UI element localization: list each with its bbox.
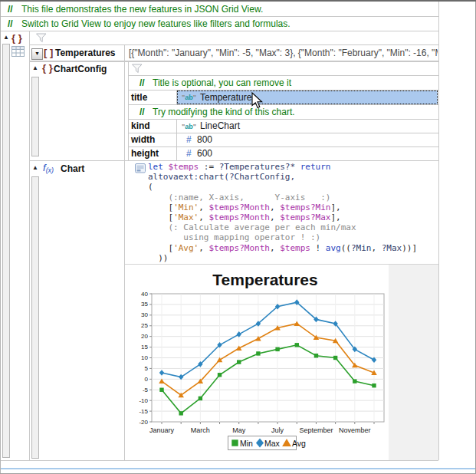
table-view-icon[interactable] xyxy=(11,46,25,58)
comment-marker: // xyxy=(140,107,145,117)
chartconfig-filter-row[interactable] xyxy=(128,62,438,76)
width-row[interactable]: width # 800 xyxy=(128,133,438,147)
bottom-accent-line xyxy=(1,468,475,469)
column-divider xyxy=(29,31,30,460)
chartconfig-collapse-icon[interactable]: ▲ xyxy=(32,65,38,71)
title-value[interactable]: Temperatures xyxy=(200,92,256,103)
svg-text:-20: -20 xyxy=(139,419,148,426)
svg-text:5: 5 xyxy=(145,365,149,372)
document-comment-row-1[interactable]: // This file demonstrates the new featur… xyxy=(1,2,438,17)
window-left-border xyxy=(0,2,1,474)
kind-key[interactable]: kind xyxy=(131,120,150,131)
title-row[interactable]: title ab Temperatures xyxy=(128,91,438,105)
title-key[interactable]: title xyxy=(131,92,147,103)
svg-text:30: 30 xyxy=(141,311,148,318)
chart-collapse-icon[interactable]: ▲ xyxy=(32,165,38,171)
width-value[interactable]: 800 xyxy=(197,134,212,145)
grid-right-border xyxy=(438,2,439,460)
svg-text:July: July xyxy=(271,426,284,434)
temperatures-value-preview[interactable]: [{"Month": "January", "Min": -5, "Max": … xyxy=(129,48,438,58)
svg-text:35: 35 xyxy=(141,301,148,308)
comment-marker: // xyxy=(140,77,145,88)
root-filter-row[interactable] xyxy=(30,31,438,45)
comment-text: Try modifying the kind of this chart. xyxy=(153,107,295,117)
svg-text:Temperatures: Temperatures xyxy=(212,271,317,288)
temperatures-key[interactable]: Temperatures xyxy=(55,48,115,58)
title-comment-row[interactable]: // Title is optional, you can remove it xyxy=(128,76,438,91)
formula-editor-icon[interactable] xyxy=(135,163,146,173)
comment-marker: // xyxy=(8,18,13,29)
kind-row[interactable]: kind ab LineChart xyxy=(128,120,438,133)
height-row[interactable]: height # 600 xyxy=(128,147,438,160)
comment-marker: // xyxy=(8,4,13,15)
kind-value[interactable]: LineChart xyxy=(200,120,240,131)
filter-icon[interactable] xyxy=(36,33,47,43)
svg-text:0: 0 xyxy=(145,376,149,383)
cell-divider xyxy=(176,133,177,146)
grid-bottom-border xyxy=(1,460,438,461)
svg-text:10: 10 xyxy=(141,354,148,361)
chart-image: -20-15-10-50510152025303540JanuaryMarchM… xyxy=(125,265,389,460)
cell-divider xyxy=(176,147,177,160)
root-collapse-icon[interactable]: ▲ xyxy=(3,35,9,41)
height-value[interactable]: 600 xyxy=(197,148,212,159)
svg-text:40: 40 xyxy=(141,291,148,298)
svg-text:September: September xyxy=(299,426,333,434)
kind-comment-row[interactable]: // Try modifying the kind of this chart. xyxy=(128,105,438,120)
mouse-cursor xyxy=(251,92,264,110)
width-key[interactable]: width xyxy=(131,134,155,145)
svg-text:15: 15 xyxy=(141,344,148,351)
svg-text:Max: Max xyxy=(264,439,281,448)
chart-key[interactable]: Chart xyxy=(61,163,84,174)
chart-cell-filler xyxy=(389,265,438,460)
svg-text:March: March xyxy=(191,426,210,434)
temperatures-row[interactable]: ▼ [ ] Temperatures [{"Month": "January",… xyxy=(30,45,438,61)
comment-text: This file demonstrates the new features … xyxy=(21,4,263,15)
formula-fx-icon: f(x) xyxy=(43,162,54,174)
svg-text:-10: -10 xyxy=(139,397,148,404)
filter-icon[interactable] xyxy=(132,64,143,74)
document-comment-row-2[interactable]: // Switch to Grid View to enjoy new feat… xyxy=(1,17,438,31)
comment-text: Title is optional, you can remove it xyxy=(153,77,291,88)
object-type-label: { } xyxy=(42,62,53,74)
chart-span-bar[interactable] xyxy=(31,176,39,459)
svg-text:November: November xyxy=(339,426,371,434)
temperatures-dropdown-button[interactable]: ▼ xyxy=(31,48,43,60)
svg-text:Avg: Avg xyxy=(292,439,306,448)
string-type-icon: ab xyxy=(182,123,196,130)
number-type-icon: # xyxy=(186,134,192,145)
array-type-label: [ ] xyxy=(44,47,53,58)
json-grid-view-window: // This file demonstrates the new featur… xyxy=(0,0,476,474)
row-divider xyxy=(30,160,438,161)
svg-text:January: January xyxy=(149,426,175,434)
comment-text: Switch to Grid View to enjoy new feature… xyxy=(21,18,291,29)
root-object-label[interactable]: { } xyxy=(11,32,22,44)
cell-divider xyxy=(176,120,177,133)
svg-text:20: 20 xyxy=(141,333,148,340)
number-type-icon: # xyxy=(186,148,192,159)
formula-cell[interactable]: let $temps := ?Temperatures?* returnalto… xyxy=(148,162,438,263)
svg-text:May: May xyxy=(232,426,246,434)
string-type-icon: ab xyxy=(182,94,196,101)
chartconfig-key[interactable]: ChartConfig xyxy=(54,64,107,74)
svg-text:25: 25 xyxy=(141,322,148,329)
svg-text:-15: -15 xyxy=(139,408,148,415)
svg-text:-5: -5 xyxy=(143,387,149,393)
title-value-cell-selected[interactable]: ab Temperatures xyxy=(177,91,438,104)
chartconfig-span-bar[interactable] xyxy=(31,77,39,156)
svg-text:Min: Min xyxy=(240,439,253,448)
height-key[interactable]: height xyxy=(131,148,159,159)
root-span-bar[interactable] xyxy=(2,44,10,458)
